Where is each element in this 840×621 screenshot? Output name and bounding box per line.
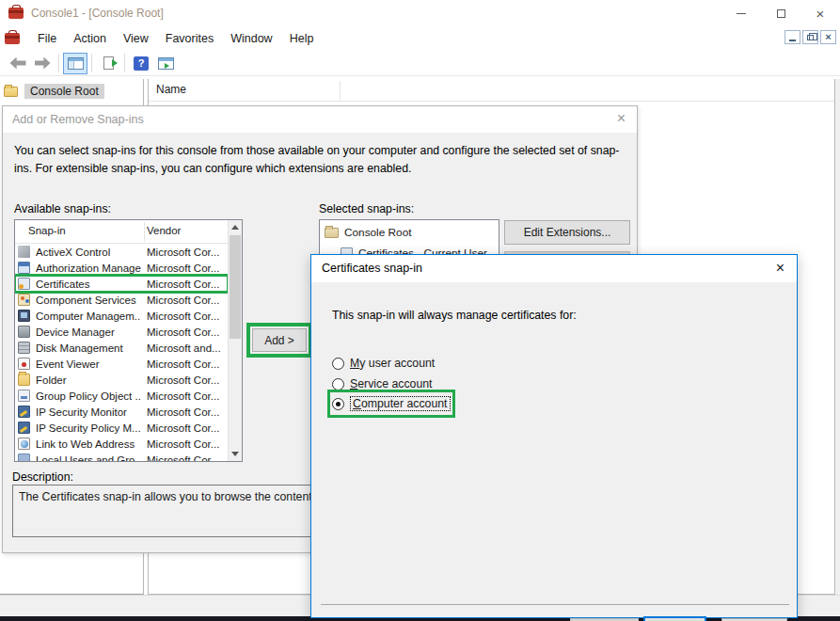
menu-window[interactable]: Window [222,28,280,49]
selected-item-console-root[interactable]: Console Root [325,226,411,239]
new-window-glyph [158,57,174,70]
menu-file[interactable]: File [29,28,65,49]
menu-view[interactable]: View [115,28,157,49]
snapin-row-folder[interactable]: FolderMicrosoft Cor... [15,372,228,388]
snapin-row-event-viewer[interactable]: Event ViewerMicrosoft Cor... [15,356,228,372]
minimize-icon[interactable] [721,0,761,26]
radio-selected-icon[interactable] [332,398,344,410]
maximize-icon[interactable] [761,0,800,26]
snapin-vendor: Microsoft Cor... [147,279,219,290]
link-web-icon [18,438,30,450]
radio-unselected-icon[interactable] [332,358,344,370]
folder-icon [325,228,339,238]
available-snapins-list: Snap-in Vendor ActiveX ControlMicrosoft … [14,219,243,462]
scrollbar[interactable] [228,220,242,461]
dialog-title-bar: Certificates snap-in × [311,255,797,282]
title-bar: Console1 - [Console Root] × [0,0,840,26]
scroll-down-icon[interactable] [231,452,239,456]
snapin-name: Device Manager [36,326,115,338]
maximize-glyph [777,9,785,18]
snapin-vendor: Microsoft Cor... [147,454,219,462]
mdi-close-glyph: × [825,32,831,42]
snapin-vendor: Microsoft and... [147,342,221,354]
snapin-row-local-users-and-gro[interactable]: Local Users and Gro...Microsoft Cor... [15,452,228,461]
menu-help[interactable]: Help [281,28,323,49]
snapin-row-ip-security-policy-m[interactable]: IP Security Policy M...Microsoft Cor... [15,420,228,436]
ip-security-monitor-icon [18,406,30,418]
dialog-title: Add or Remove Snap-ins [12,113,144,126]
help-icon[interactable]: ? [129,53,153,74]
column-divider [144,222,145,242]
new-window-icon[interactable] [153,53,178,74]
snapin-row-component-services[interactable]: Component ServicesMicrosoft Cor... [15,292,228,308]
export-list-glyph [103,56,114,70]
tree-item-label: Console Root [24,84,104,99]
radio-unselected-icon[interactable] [332,378,344,390]
event-viewer-icon [18,358,30,370]
minimize-glyph [737,13,746,14]
mdi-minimize-glyph [789,40,796,41]
snapin-row-device-manager[interactable]: Device ManagerMicrosoft Cor... [15,324,228,340]
dialog-body: This snap-in will always manage certific… [311,282,797,617]
export-list-icon[interactable] [96,53,120,74]
show-console-tree-icon[interactable] [63,53,87,74]
snapin-vendor: Microsoft Cor... [147,295,219,306]
menu-items: FileActionViewFavoritesWindowHelp [29,28,322,49]
mdi-controls: × [785,30,836,44]
next-button[interactable]: Next > [643,616,706,621]
back-icon[interactable] [6,53,30,74]
back-arrow-glyph [10,57,26,70]
tree-item-console-root[interactable]: Console Root [4,84,104,99]
menu-favorites[interactable]: Favorites [157,28,222,49]
close-icon[interactable]: × [800,0,840,26]
scroll-thumb[interactable] [230,235,241,339]
snapin-row-ip-security-monitor[interactable]: IP Security MonitorMicrosoft Cor... [15,404,228,420]
snapin-row-group-policy-object[interactable]: Group Policy Object ...Microsoft Cor... [15,388,228,404]
snapin-vendor: Microsoft Cor... [147,326,219,338]
snapin-name: Link to Web Address [36,438,135,450]
snapin-name: ActiveX Control [36,247,110,258]
menu-action[interactable]: Action [65,28,115,49]
snapin-row-authorization-manager[interactable]: Authorization ManagerMicrosoft Cor... [15,260,228,276]
scroll-up-icon[interactable] [231,225,239,230]
snapin-name: Event Viewer [36,358,100,370]
mdi-child-icon [5,33,20,44]
disk-management-icon [18,342,30,354]
snapin-name: Local Users and Gro... [36,454,141,462]
radio-option-service-account[interactable]: Service account [332,374,433,393]
snapin-row-activex-control[interactable]: ActiveX ControlMicrosoft Cor... [15,244,228,260]
snapin-vendor: Microsoft Cor... [147,263,219,274]
close-icon[interactable]: × [617,110,626,127]
console-app-icon [8,8,24,19]
snapin-name: Component Services [36,295,136,306]
radio-option-my-user-account[interactable]: My user account [332,354,435,373]
close-icon[interactable]: × [776,260,785,277]
edit-extensions-button[interactable]: Edit Extensions... [504,220,630,245]
component-services-icon [18,294,30,306]
dialog-separator [321,604,789,605]
snapin-name: IP Security Monitor [36,406,127,418]
forward-icon[interactable] [30,53,55,74]
snapin-name: Disk Management [36,342,123,354]
cert-prompt-text: This snap-in will always manage certific… [332,309,577,322]
snapin-vendor: Microsoft Cor... [147,374,219,386]
forward-arrow-glyph [35,57,51,70]
ip-security-policy-icon [18,422,30,434]
snapin-column-header[interactable]: Snap-in [28,225,66,236]
computer-management-icon [18,310,30,322]
add-button[interactable]: Add > [252,328,307,352]
certificates-snapin-dialog: Certificates snap-in × This snap-in will… [310,254,798,618]
vendor-column-header[interactable]: Vendor [147,225,181,236]
column-divider[interactable] [340,81,341,100]
name-column-header[interactable]: Name [156,83,186,96]
mdi-minimize-icon[interactable] [785,30,800,44]
snapin-row-disk-management[interactable]: Disk ManagementMicrosoft and... [15,340,228,356]
description-label: Description: [12,470,73,484]
mdi-close-icon[interactable]: × [820,30,836,44]
radio-option-computer-account[interactable]: Computer account [332,394,451,413]
snapin-row-certificates[interactable]: CertificatesMicrosoft Cor... [15,276,228,292]
help-glyph: ? [134,56,149,71]
mdi-restore-icon[interactable] [802,30,818,44]
snapin-row-computer-managem[interactable]: Computer Managem...Microsoft Cor... [15,308,228,324]
snapin-row-link-to-web-address[interactable]: Link to Web AddressMicrosoft Cor... [15,436,228,452]
